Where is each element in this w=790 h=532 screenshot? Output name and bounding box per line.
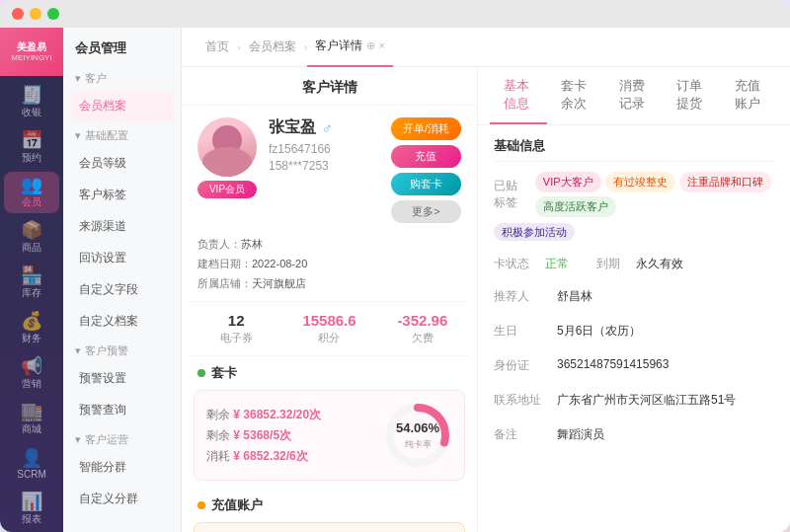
menu-item-source[interactable]: 来源渠道 xyxy=(71,211,173,242)
left-panel-header: 会员管理 xyxy=(63,28,181,65)
avatar xyxy=(198,117,257,177)
gender-icon: ♂ xyxy=(322,120,333,136)
id-label: 身份证 xyxy=(494,353,549,378)
meta-date: 建档日期：2022-08-20 xyxy=(198,255,461,274)
card-dot xyxy=(198,369,205,377)
sidebar-logo[interactable]: 美盈易 MEIYINGYI xyxy=(0,28,63,76)
tab-basic-info[interactable]: 基本信息 xyxy=(490,67,547,124)
tag-activity: 积极参加活动 xyxy=(494,223,575,241)
breadcrumb-member-profile[interactable]: 会员档案 xyxy=(241,28,304,67)
referrer-value: 舒昌林 xyxy=(549,284,774,309)
recharge-button[interactable]: 充值 xyxy=(391,145,461,168)
already-labeled: 已贴标签 xyxy=(494,178,529,211)
menu-item-custom-profile[interactable]: 自定义档案 xyxy=(71,306,173,337)
recharge-dot xyxy=(198,501,205,509)
product-icon: 📦 xyxy=(21,221,42,239)
sidebar-item-finance[interactable]: 💰 财务 xyxy=(4,308,59,349)
tab-card-balance[interactable]: 套卡余次 xyxy=(547,67,604,124)
customer-detail-panel: 客户详情 VIP会员 张宝盈 ♂ xyxy=(182,67,478,532)
sidebar-label-finance: 财务 xyxy=(22,332,41,345)
donut-chart: 54.06% 纯卡率 xyxy=(383,401,452,470)
sidebar-item-inventory[interactable]: 🏪 库存 xyxy=(4,263,59,304)
customer-name-row: 张宝盈 ♂ xyxy=(269,117,379,138)
points-label: 积分 xyxy=(318,331,340,345)
tab-recharge-account[interactable]: 充值账户 xyxy=(721,67,778,124)
tag-vip: VIP大客户 xyxy=(535,172,601,192)
sidebar-label-report: 报表 xyxy=(22,512,41,526)
sidebar-label-store: 商城 xyxy=(22,422,41,436)
receipt-icon: 🧾 xyxy=(21,86,42,104)
left-panel-title: 会员管理 xyxy=(75,39,126,57)
card-consume-line: 消耗 ¥ 6852.32/6次 xyxy=(206,446,383,467)
detail-header: 客户详情 xyxy=(182,67,477,106)
sidebar-item-appointment[interactable]: 📅 预约 xyxy=(4,127,59,169)
menu-item-member-profile[interactable]: 会员档案 xyxy=(71,91,173,121)
titlebar xyxy=(0,0,790,28)
maximize-button[interactable] xyxy=(47,8,59,20)
sidebar-item-member[interactable]: 👥 会员 xyxy=(4,172,59,213)
menu-item-member-level[interactable]: 会员等级 xyxy=(71,148,173,179)
sidebar-label-product: 商品 xyxy=(22,241,41,255)
section-title-customer: ▾客户 xyxy=(71,65,173,90)
menu-item-revisit[interactable]: 回访设置 xyxy=(71,243,173,273)
appointment-icon: 📅 xyxy=(21,131,42,149)
marketing-icon: 📢 xyxy=(21,357,42,375)
meta-info-block: 负责人：苏林 建档日期：2022-08-20 所属店铺：天河旗舰店 xyxy=(182,235,477,301)
tags-section: 已贴标签 VIP大客户 有过竣整史 注重品牌和口碑 高度活跃客户 xyxy=(494,172,774,217)
menu-item-custom-group[interactable]: 自定义分群 xyxy=(71,484,173,514)
address-label: 联系地址 xyxy=(494,388,549,413)
sidebar-item-report[interactable]: 📊 报表 xyxy=(4,489,59,530)
birthday-label: 生日 xyxy=(494,319,549,343)
customer-phone: 158***7253 xyxy=(269,159,379,173)
card-section-title: 套卡 xyxy=(182,356,477,386)
points-value: 15586.6 xyxy=(302,312,356,329)
scrm-icon: 👤 xyxy=(21,449,42,467)
recharge-section: 剩余金额 ¥368.32 累计消耗 ¥1253.50 xyxy=(194,522,465,532)
buy-card-button[interactable]: 购套卡 xyxy=(391,173,461,195)
card-status-value: 正常 xyxy=(537,252,577,276)
menu-item-custom-field[interactable]: 自定义字段 xyxy=(71,274,173,305)
sidebar-item-scrm[interactable]: 👤 SCRM xyxy=(4,443,59,485)
section-title-config: ▾基础配置 xyxy=(71,122,173,147)
logo-text: 美盈易 xyxy=(17,41,46,53)
menu-item-customer-tag[interactable]: 客户标签 xyxy=(71,180,173,210)
debt-label: 欠费 xyxy=(412,331,434,345)
stat-coupon: 12 电子券 xyxy=(190,312,282,345)
left-panel-section-customer: ▾客户 会员档案 xyxy=(63,65,181,121)
member-icon: 👥 xyxy=(21,176,42,193)
tag-active: 高度活跃客户 xyxy=(535,196,616,217)
card-row: 剩余 ¥ 36852.32/20次 剩余 ¥ 5368/5次 消耗 ¥ 6852… xyxy=(206,401,452,470)
sidebar-item-store[interactable]: 🏬 商城 xyxy=(4,399,59,440)
sidebar-item-product[interactable]: 📦 商品 xyxy=(4,217,59,259)
address-value: 广东省广州市天河区临江五路51号 xyxy=(549,388,774,413)
breadcrumb-home[interactable]: 首页 xyxy=(198,28,237,67)
customer-id: fz15647166 xyxy=(269,142,379,156)
menu-item-alert-settings[interactable]: 预警设置 xyxy=(71,363,173,394)
minimize-button[interactable] xyxy=(30,8,41,20)
store-icon: 🏬 xyxy=(21,403,42,420)
tab-consume-record[interactable]: 消费记录 xyxy=(605,67,663,124)
sidebar-item-receipt[interactable]: 🧾 收银 xyxy=(4,82,59,123)
stat-points: 15586.6 积分 xyxy=(282,312,375,345)
left-panel-section-alert: ▾客户预警 预警设置 预警查询 xyxy=(63,338,181,425)
breadcrumb-close-icon[interactable]: ⊕ × xyxy=(366,39,384,52)
breadcrumb-customer-detail[interactable]: 客户详情 ⊕ × xyxy=(307,28,392,67)
toggle-button[interactable]: 开单/消耗 xyxy=(391,117,461,140)
card-stats: 剩余 ¥ 36852.32/20次 剩余 ¥ 5368/5次 消耗 ¥ 6852… xyxy=(206,405,383,467)
tab-order-pickup[interactable]: 订单提货 xyxy=(663,67,720,124)
note-value: 舞蹈演员 xyxy=(549,422,774,447)
close-button[interactable] xyxy=(12,8,24,20)
note-label: 备注 xyxy=(494,422,549,447)
tab-content: 基础信息 已贴标签 VIP大客户 有过竣整史 注重品牌和口碑 高度活跃客户 xyxy=(478,125,790,532)
referrer-label: 推荐人 xyxy=(494,284,549,309)
customer-name: 张宝盈 xyxy=(269,117,316,138)
app-body: 美盈易 MEIYINGYI 🧾 收银 📅 预约 👥 会员 📦 商品 🏪 库 xyxy=(0,28,790,532)
tag-history: 有过竣整史 xyxy=(605,172,675,192)
stat-debt: -352.96 欠费 xyxy=(376,312,469,345)
menu-item-smart-group[interactable]: 智能分群 xyxy=(71,452,173,483)
more-button[interactable]: 更多> xyxy=(391,200,461,223)
menu-item-alert-query[interactable]: 预警查询 xyxy=(71,395,173,425)
sidebar-item-marketing[interactable]: 📢 营销 xyxy=(4,353,59,395)
sidebar: 美盈易 MEIYINGYI 🧾 收银 📅 预约 👥 会员 📦 商品 🏪 库 xyxy=(0,28,63,532)
logo-sub: MEIYINGYI xyxy=(11,53,51,62)
